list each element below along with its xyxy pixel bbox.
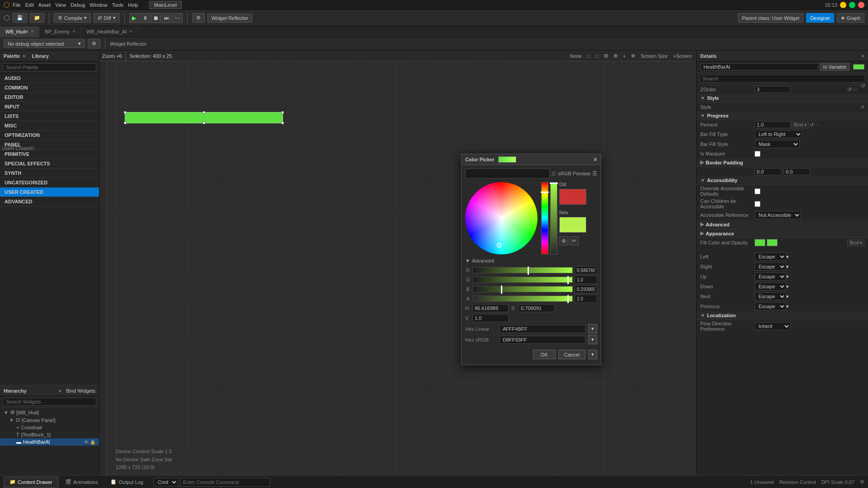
cp-srgb-menu-icon[interactable]: ☰ (592, 170, 597, 177)
palette-search-input[interactable] (3, 63, 96, 71)
cp-r-track[interactable] (472, 267, 573, 273)
palette-item-lists[interactable]: LISTS (0, 112, 99, 121)
health-bar-widget[interactable] (125, 112, 283, 123)
canvas-view-btn1[interactable]: □ (585, 53, 592, 59)
cp-a-track[interactable] (472, 296, 573, 302)
hierarchy-close[interactable]: × (59, 388, 61, 394)
tab-wb-healthbar-close[interactable]: × (129, 29, 132, 34)
flow-dir-select[interactable]: Inherit (755, 322, 791, 330)
cp-v-input[interactable] (472, 314, 509, 322)
bar-fill-style-select[interactable]: Mask Scale (755, 140, 800, 148)
tab-bp-enemy[interactable]: BP_Enemy × (39, 26, 81, 37)
diff-btn[interactable]: ⇄ Diff ▾ (94, 13, 119, 23)
style-section-header[interactable]: ▼ Style (697, 94, 868, 103)
cp-footer-dropdown[interactable]: ▾ (588, 350, 597, 359)
minimize-button[interactable] (840, 2, 846, 8)
color-bind-btn[interactable]: Bind ▾ (847, 239, 864, 246)
zorder-bind-icon[interactable]: ⋯ (852, 86, 857, 93)
handle-bm[interactable] (203, 122, 205, 124)
localization-section-header[interactable]: ▼ Localization (697, 311, 868, 320)
details-scroll[interactable]: Is Variable ↺ ZOrder ↺ ⋯ ▼ Style Style (697, 61, 868, 475)
color-picker-close[interactable]: × (594, 156, 597, 163)
palette-item-misc[interactable]: MISC (0, 121, 99, 131)
canvas-view-btn5[interactable]: + (621, 53, 627, 59)
cp-new-color-swatch[interactable] (559, 217, 586, 233)
color-swatch-main[interactable] (767, 239, 778, 246)
border-padding-input1[interactable] (755, 168, 782, 175)
palette-item-uncategorized[interactable]: UNCATEGORIZED (0, 178, 99, 188)
maximize-button[interactable] (849, 2, 855, 8)
advanced-section-header[interactable]: ▶ Advanced (697, 220, 868, 229)
canvas-view-btn6[interactable]: ⊕ (629, 52, 637, 59)
up-nav-select[interactable]: Escape (755, 272, 786, 281)
parent-class-btn[interactable]: Parent class: User Widget (738, 13, 803, 23)
handle-tm[interactable] (203, 111, 205, 114)
hier-healthbarai[interactable]: ▬ HealthBarAI 👁 🔒 (0, 438, 99, 446)
tab-wb-healthbar[interactable]: WB_HealthBar_AI × (81, 26, 138, 37)
palette-item-common[interactable]: COMMON (0, 83, 99, 93)
cp-h-input[interactable] (472, 304, 509, 312)
canvas-view-btn4[interactable]: ⊞ (612, 52, 619, 59)
console-input[interactable] (180, 478, 270, 487)
palette-item-advanced[interactable]: ADVANCED (0, 197, 99, 206)
palette-item-user-created[interactable]: USER CREATED (0, 188, 99, 197)
zorder-reset-icon[interactable]: ↺ (847, 86, 852, 93)
pause-btn[interactable]: ⏸ (140, 13, 150, 23)
palette-item-panel[interactable]: PANEL (0, 140, 99, 150)
is-marquee-checkbox[interactable] (755, 151, 760, 157)
cp-b-input[interactable] (575, 285, 597, 293)
handle-tl[interactable] (124, 111, 127, 114)
details-close[interactable]: × (862, 53, 864, 59)
menu-help[interactable]: Help (128, 2, 138, 8)
stop-btn[interactable]: ⏹ (151, 13, 161, 23)
palette-item-special-effects[interactable]: SPECIAL EFFECTS (0, 159, 99, 169)
handle-br[interactable] (281, 122, 284, 124)
accessible-ref-select[interactable]: Not Accessible (755, 211, 801, 219)
percent-bind-btn[interactable]: Bind ▾ (792, 122, 809, 128)
style-reset[interactable]: ↺ (860, 104, 864, 110)
percent-link-icon[interactable]: ⋯ (814, 122, 819, 128)
play-btn[interactable]: ▶ (129, 13, 139, 23)
hier-healthbarai-icons[interactable]: 👁 🔒 (84, 440, 95, 445)
can-children-checkbox[interactable] (755, 201, 760, 207)
menu-file[interactable]: File (13, 2, 21, 8)
cp-hex-main-input[interactable] (465, 169, 550, 178)
debug-extra-btn[interactable]: ⚙ (88, 39, 100, 48)
bar-fill-type-select[interactable]: Left to Right Right to Left Top to Botto… (755, 130, 802, 138)
node-name-input[interactable] (700, 63, 818, 70)
border-padding-input2[interactable] (783, 168, 811, 175)
previous-nav-select[interactable]: Escape (755, 302, 786, 310)
cmd-select[interactable]: Cmd (154, 478, 178, 487)
menu-window[interactable]: Window (90, 2, 107, 8)
menu-debug[interactable]: Debug (71, 2, 85, 8)
color-swatch-green[interactable] (755, 239, 765, 246)
menu-tools[interactable]: Tools (112, 2, 123, 8)
cp-ok-button[interactable]: OK (533, 350, 556, 359)
bottom-tab-output-log[interactable]: 📋 Output Log (104, 477, 149, 488)
override-defaults-checkbox[interactable] (755, 188, 760, 194)
cp-g-input[interactable] (575, 276, 597, 284)
cp-advanced-toggle[interactable]: ▼ Advanced (465, 258, 597, 263)
hier-crosshair[interactable]: + Crosshair (0, 424, 99, 431)
cp-g-track[interactable] (472, 277, 573, 283)
cp-alpha-strip[interactable] (550, 182, 557, 254)
cp-s-input[interactable] (519, 304, 555, 312)
compile-btn[interactable]: ⚙ Compile ▾ (54, 13, 91, 23)
bottom-tab-content-drawer[interactable]: 📁 Content Drawer (4, 477, 58, 488)
cp-r-input[interactable] (575, 266, 597, 274)
graph-btn[interactable]: ◈ Graph (837, 13, 864, 23)
menu-view[interactable]: View (55, 2, 66, 8)
cp-a-input[interactable] (575, 295, 597, 303)
hier-wb-hud[interactable]: ▼ ⊞ [WB_Hud] (0, 408, 99, 416)
menu-asset[interactable]: Asset (38, 2, 51, 8)
tab-bp-enemy-close[interactable]: × (72, 29, 75, 34)
library-label[interactable]: Library (32, 53, 49, 59)
cp-b-track[interactable] (472, 286, 573, 292)
main-level-tab[interactable]: MainLevel (149, 1, 182, 9)
palette-item-optimization[interactable]: OPTIMIZATION (0, 131, 99, 140)
cp-cancel-button[interactable]: Cancel (558, 350, 585, 359)
percent-reset[interactable]: ↺ (810, 122, 814, 128)
left-nav-select[interactable]: Escape (755, 253, 786, 261)
palette-item-synth[interactable]: SYNTH (0, 169, 99, 178)
more-play-btn[interactable]: ⋯ (173, 13, 183, 23)
